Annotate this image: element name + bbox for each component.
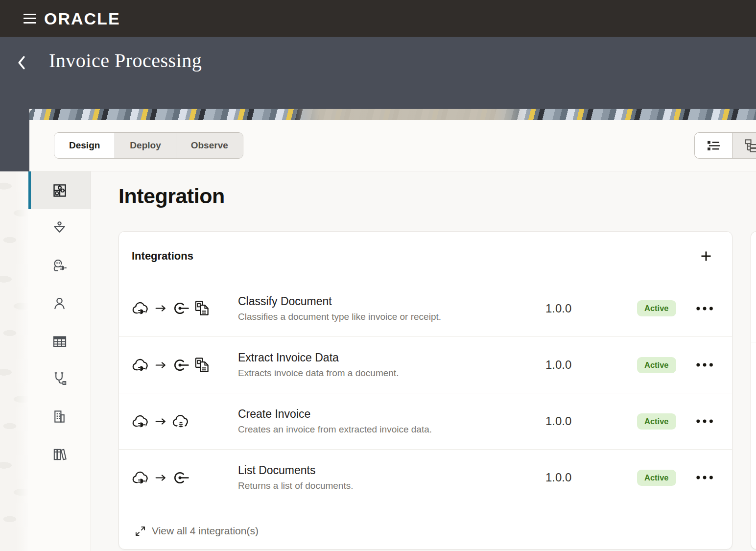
list-view-icon [707, 140, 720, 151]
status-badge: Active [637, 357, 676, 373]
sidebar-item-person-plug[interactable] [28, 247, 91, 285]
project-sidebar [28, 171, 91, 551]
integration-title: Classify Document [238, 295, 536, 308]
documents-icon [194, 357, 211, 373]
sidebar-item-person-funnel[interactable] [28, 209, 91, 247]
integration-description: Creates an invoice from extracted invoic… [238, 424, 536, 435]
documents-icon [194, 300, 211, 316]
cloud-stack-icon [172, 413, 189, 429]
arrow-right-icon [155, 474, 166, 481]
cloud-plug-icon [132, 301, 150, 316]
chevron-left-icon [17, 55, 25, 70]
building-icon [52, 409, 67, 424]
person-funnel-icon [52, 220, 67, 236]
integration-row-classify-document[interactable]: Classify Document Classifies a document … [119, 280, 732, 336]
list-view-button[interactable] [695, 133, 732, 158]
integration-flow-icons [132, 357, 238, 373]
adjacent-card-partial [751, 231, 756, 550]
integration-flow-icons [132, 300, 238, 316]
target-icon [172, 358, 189, 373]
project-title: Invoice Processing [49, 49, 202, 72]
status-badge: Active [637, 413, 676, 430]
integration-description: Returns a list of documents. [238, 480, 536, 491]
person-icon [52, 296, 67, 311]
main-content: Integration Integrations Classify Docume… [91, 171, 756, 551]
decorative-banner [29, 109, 756, 120]
ellipsis-icon [696, 363, 715, 367]
page-margin-texture [0, 171, 28, 551]
integration-flow-icons [132, 413, 238, 429]
row-actions-menu-button[interactable] [696, 359, 716, 371]
top-app-bar: ORACLE [0, 0, 756, 37]
cloud-plug-icon [132, 414, 150, 429]
person-plug-icon [52, 258, 68, 274]
tab-deploy[interactable]: Deploy [115, 133, 176, 158]
adjacent-card-divider [751, 342, 756, 342]
integration-version: 1.0.0 [545, 358, 620, 372]
arrow-right-icon [155, 418, 166, 425]
integration-title: Create Invoice [238, 407, 536, 421]
library-icon [52, 447, 67, 462]
arrow-right-icon [155, 305, 166, 312]
integration-title: Extract Invoice Data [238, 351, 536, 364]
target-icon [172, 301, 189, 316]
sidebar-item-diagnostics[interactable] [28, 360, 91, 398]
view-all-label: View all 4 integration(s) [152, 525, 259, 537]
integration-version: 1.0.0 [545, 302, 620, 315]
sidebar-item-library[interactable] [28, 435, 91, 473]
integration-row-create-invoice[interactable]: Create Invoice Creates an invoice from e… [119, 393, 732, 449]
integrations-card-header: Integrations [119, 232, 732, 280]
integration-description: Extracts invoice data from a document. [238, 368, 536, 379]
integration-text: Extract Invoice Data Extracts invoice da… [238, 351, 545, 379]
add-integration-button[interactable] [699, 249, 713, 264]
stethoscope-icon [52, 371, 67, 386]
view-toggle [694, 132, 756, 159]
ellipsis-icon [696, 476, 715, 479]
header-left-extension [0, 109, 29, 171]
integration-text: List Documents Returns a list of documen… [238, 464, 545, 491]
arrow-right-icon [155, 361, 166, 369]
toolbar: Design Deploy Observe [29, 120, 756, 171]
sidebar-item-person[interactable] [28, 285, 91, 322]
tab-design[interactable]: Design [54, 133, 115, 158]
tree-view-icon [745, 139, 756, 152]
tab-observe[interactable]: Observe [176, 133, 243, 158]
tree-view-button[interactable] [732, 133, 756, 158]
status-badge: Active [637, 300, 676, 316]
table-icon [52, 334, 68, 349]
integration-version: 1.0.0 [545, 414, 620, 428]
cloud-plug-icon [132, 358, 150, 373]
view-all-integrations-link[interactable]: View all 4 integration(s) [119, 505, 732, 537]
plus-icon [700, 250, 712, 262]
sidebar-item-table[interactable] [28, 322, 91, 360]
project-header: Invoice Processing [0, 37, 756, 109]
integration-text: Classify Document Classifies a document … [238, 295, 545, 322]
integration-title: List Documents [238, 464, 536, 477]
sidebar-item-building[interactable] [28, 398, 91, 435]
integration-description: Classifies a document type like invoice … [238, 311, 536, 322]
row-actions-menu-button[interactable] [696, 415, 716, 427]
oracle-logo: ORACLE [44, 10, 120, 27]
integrations-card-title: Integrations [132, 250, 193, 263]
ellipsis-icon [696, 419, 715, 423]
row-actions-menu-button[interactable] [696, 303, 716, 314]
hamburger-menu-icon[interactable] [24, 14, 36, 24]
ellipsis-icon [696, 307, 715, 311]
back-button[interactable] [14, 53, 28, 72]
cloud-plug-icon [132, 470, 150, 485]
integration-flow-icons [132, 470, 238, 485]
phase-tabs: Design Deploy Observe [54, 132, 243, 159]
puzzle-icon [52, 183, 68, 198]
status-badge: Active [637, 470, 676, 486]
integration-row-extract-invoice-data[interactable]: Extract Invoice Data Extracts invoice da… [119, 336, 732, 393]
expand-icon [135, 526, 145, 536]
integration-text: Create Invoice Creates an invoice from e… [238, 407, 545, 435]
sidebar-item-integrations[interactable] [28, 171, 91, 209]
screen: ORACLE Invoice Processing Design Deploy … [0, 0, 756, 551]
page-title: Integration [118, 184, 225, 208]
target-icon [172, 470, 189, 485]
row-actions-menu-button[interactable] [696, 472, 716, 483]
integrations-card: Integrations Classify Document Classifie… [118, 231, 732, 550]
integration-version: 1.0.0 [545, 471, 620, 484]
integration-row-list-documents[interactable]: List Documents Returns a list of documen… [119, 449, 732, 505]
